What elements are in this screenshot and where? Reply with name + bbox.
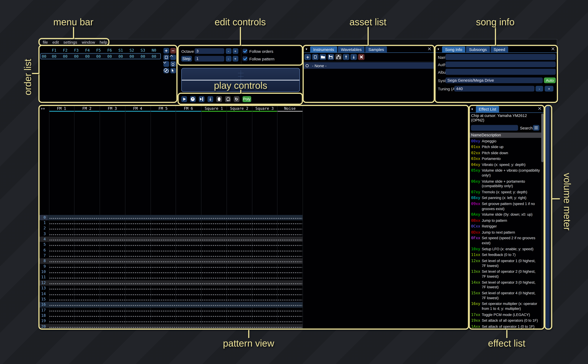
menu-item-settings[interactable]: settings: [63, 40, 77, 45]
effect-row[interactable]: 0BxxJump to pattern: [469, 218, 541, 224]
step-input[interactable]: 1: [194, 56, 224, 61]
play-button[interactable]: [181, 96, 187, 102]
close-icon[interactable]: [551, 47, 554, 50]
repeat-button[interactable]: ↻: [234, 96, 239, 102]
album-input[interactable]: [446, 69, 556, 75]
menu-item-window[interactable]: window: [82, 40, 95, 45]
order-cell[interactable]: 00: [82, 54, 93, 58]
octave-minus-button[interactable]: -: [225, 48, 231, 54]
order-cell[interactable]: 00: [71, 54, 82, 58]
effect-row[interactable]: 01xxPitch slide up: [469, 144, 541, 150]
pattern-row[interactable]: 14: [40, 291, 303, 297]
channel-header-fm-6[interactable]: FM 6: [176, 105, 201, 112]
duplicate-button[interactable]: [312, 54, 319, 60]
effect-row[interactable]: 11xxSet feedback (0 to 7): [469, 252, 541, 258]
chevron-down-button[interactable]: [163, 61, 169, 67]
channel-header-noise[interactable]: Noise: [277, 105, 303, 112]
pattern-row[interactable]: 17: [40, 307, 303, 313]
effect-row[interactable]: 04xyVibrato (x: speed; y: depth): [469, 162, 541, 168]
order-cell[interactable]: 00: [148, 54, 159, 58]
save-button[interactable]: [327, 54, 334, 60]
pattern-row[interactable]: 2: [40, 226, 303, 231]
remove-button[interactable]: −: [170, 48, 176, 53]
pattern-row[interactable]: 1: [40, 220, 303, 226]
step-plus-button[interactable]: +: [232, 56, 238, 61]
stop-button[interactable]: [216, 96, 222, 102]
menu-item-help[interactable]: help: [99, 40, 107, 45]
tab-wavetables[interactable]: Wavetables: [338, 46, 364, 52]
play-pattern-button[interactable]: [190, 96, 196, 102]
add-button[interactable]: +: [163, 48, 169, 53]
pattern-row[interactable]: 5: [40, 242, 303, 247]
effect-row[interactable]: 19xxSet attack of all operators (0 to 1F…: [469, 318, 541, 324]
pattern-row[interactable]: 0: [40, 215, 303, 220]
channel-header-square-3[interactable]: Square 3: [252, 105, 277, 112]
order-cell[interactable]: 00: [104, 54, 115, 58]
scrollbar-thumb[interactable]: [541, 114, 543, 162]
pattern-row[interactable]: 15: [40, 297, 303, 302]
name-input[interactable]: [446, 54, 556, 60]
collapse-icon[interactable]: ▼: [305, 47, 308, 51]
order-column-F2[interactable]: F2: [60, 48, 71, 52]
order-column-F6[interactable]: F6: [104, 48, 115, 52]
play-cursor-button[interactable]: [199, 96, 205, 102]
pattern-row[interactable]: 4: [40, 237, 303, 242]
pattern-row[interactable]: 18: [40, 313, 303, 318]
effect-row[interactable]: 08xySet panning (x: left; y: right): [469, 195, 541, 201]
pattern-expand-button[interactable]: ++: [40, 105, 49, 112]
open-folder-button[interactable]: [320, 54, 326, 60]
system-input[interactable]: Sega Genesis/Mega Drive: [446, 77, 543, 83]
effect-row[interactable]: 0CxxRetrigger: [469, 224, 541, 230]
effect-row[interactable]: 00xyArpeggio: [469, 138, 541, 144]
cursor-button[interactable]: [170, 68, 176, 73]
pattern-row[interactable]: 20: [40, 324, 303, 329]
close-icon[interactable]: [428, 47, 431, 50]
step-minus-button[interactable]: -: [225, 56, 231, 61]
effect-row[interactable]: 10xySetup LFO (x: enable; y: speed): [469, 246, 541, 252]
pattern-row[interactable]: 7: [40, 253, 303, 258]
channel-header-fm-3[interactable]: FM 3: [99, 105, 125, 112]
menu-item-edit[interactable]: edit: [53, 40, 59, 45]
tab-samples[interactable]: Samples: [365, 46, 387, 52]
effect-row[interactable]: 1AxxSet attack of operator 1 (0 to 1F): [469, 324, 541, 329]
effect-row[interactable]: 0AxyVolume slide (0y: down; x0: up): [469, 212, 541, 218]
effect-row[interactable]: 14xxSet level of operator 3 (0 highest, …: [469, 280, 541, 290]
tuning-input[interactable]: 440: [454, 86, 534, 91]
order-cell[interactable]: 00: [126, 54, 137, 58]
metronome-button[interactable]: [225, 96, 231, 102]
delete-x-button[interactable]: [358, 54, 365, 60]
pattern-row[interactable]: 3: [40, 231, 303, 237]
octave-input[interactable]: 3: [194, 48, 224, 54]
step-label-button[interactable]: Step: [181, 56, 192, 61]
order-cell[interactable]: 00: [115, 54, 126, 58]
effect-row[interactable]: 12xxSet level of operator 1 (0 highest, …: [469, 258, 541, 269]
pattern-row[interactable]: 12: [40, 280, 303, 286]
order-column-F1[interactable]: F1: [49, 48, 60, 52]
pattern-row[interactable]: 13: [40, 286, 303, 291]
pattern-row[interactable]: 8: [40, 258, 303, 264]
step-row-button[interactable]: ↓: [207, 96, 213, 102]
effect-row[interactable]: 03xxPortamento: [469, 156, 541, 162]
pattern-row[interactable]: 16: [40, 302, 303, 307]
pattern-row[interactable]: 11: [40, 275, 303, 280]
collapse-icon[interactable]: ▼: [437, 47, 440, 51]
order-column-S1[interactable]: S1: [115, 48, 126, 52]
order-cell[interactable]: 00: [49, 54, 60, 58]
octave-plus-button[interactable]: +: [232, 48, 238, 54]
poly-button[interactable]: Poly: [242, 96, 251, 102]
effect-search-input[interactable]: [471, 125, 518, 131]
effect-row[interactable]: 13xxSet level of operator 2 (0 highest, …: [469, 269, 541, 280]
move-up-button[interactable]: ↑: [343, 54, 349, 60]
effect-row[interactable]: 05xyVolume slide + vibrato (compatibilit…: [469, 168, 541, 179]
effect-row[interactable]: 02xxPitch slide down: [469, 150, 541, 156]
add-button[interactable]: +: [304, 54, 311, 60]
tuning-plus-button[interactable]: +: [545, 86, 554, 91]
effect-row[interactable]: 16xySet operator multiplier (x: operator…: [469, 301, 541, 312]
tab-effect-list[interactable]: Effect List: [476, 106, 499, 112]
order-column-N0[interactable]: N0: [148, 48, 159, 52]
order-cell[interactable]: 00: [137, 54, 148, 58]
effect-row[interactable]: 06xyVolume slide + portamento (compatibi…: [469, 179, 541, 189]
channel-header-fm-4[interactable]: FM 4: [125, 105, 151, 112]
effect-row[interactable]: 17xxToggle PCM mode (LEGACY): [469, 312, 541, 318]
oscilloscope[interactable]: [181, 68, 300, 92]
